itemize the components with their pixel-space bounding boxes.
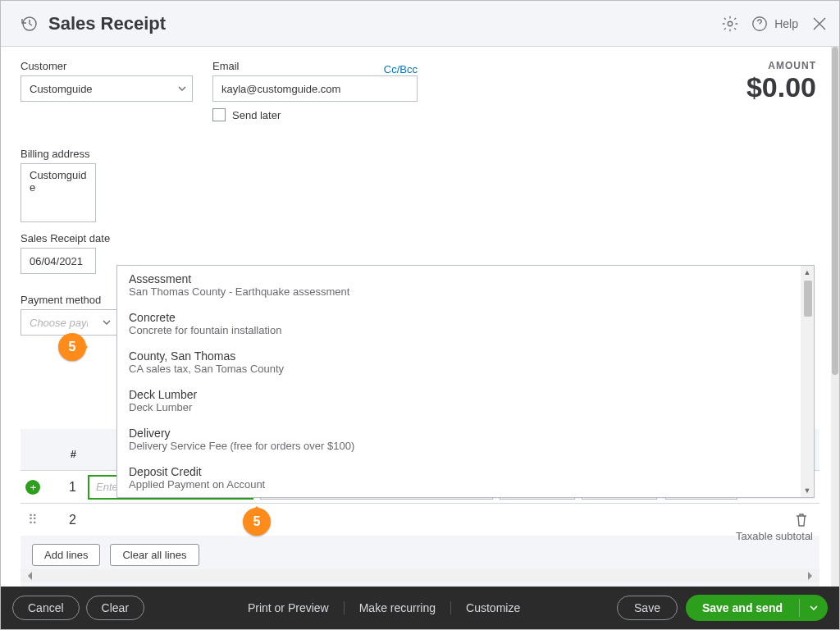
dropdown-item[interactable]: Deposit CreditApplied Payment on Account xyxy=(117,459,814,497)
save-and-send-button[interactable]: Save and send xyxy=(686,595,828,621)
amount-value: $0.00 xyxy=(746,71,816,103)
add-row-icon[interactable]: ＋ xyxy=(25,480,40,495)
help-icon[interactable] xyxy=(748,12,771,35)
ccbcc-link[interactable]: Cc/Bcc xyxy=(384,63,418,75)
grid-h-scrollbar[interactable] xyxy=(21,569,819,582)
chevron-down-icon[interactable] xyxy=(96,309,117,336)
chevron-down-icon[interactable] xyxy=(799,599,828,617)
row-number: 2 xyxy=(45,513,84,527)
clear-lines-button[interactable]: Clear all lines xyxy=(110,544,199,566)
receipt-date-input[interactable] xyxy=(21,248,96,274)
email-input[interactable] xyxy=(212,75,418,102)
clear-button[interactable]: Clear xyxy=(86,596,144,620)
history-icon xyxy=(17,12,40,35)
dropdown-item[interactable]: ConcreteConcrete for fountain installati… xyxy=(117,304,814,343)
cancel-button[interactable]: Cancel xyxy=(12,596,80,620)
dropdown-item[interactable]: County, San ThomasCA sales tax, San Toma… xyxy=(117,343,814,381)
payment-method-input[interactable] xyxy=(21,309,96,336)
dropdown-item[interactable]: AssessmentSan Thomas County - Earthquake… xyxy=(117,266,814,304)
step-callout: 5 xyxy=(243,508,271,536)
chevron-down-icon[interactable] xyxy=(171,75,193,102)
receipt-date-label: Sales Receipt date xyxy=(21,232,819,244)
send-later-label: Send later xyxy=(232,109,281,121)
customer-select[interactable] xyxy=(21,75,193,102)
dropdown-scrollbar[interactable]: ▲▼ xyxy=(801,266,814,497)
send-later-checkbox[interactable] xyxy=(212,108,226,121)
close-icon[interactable] xyxy=(810,14,829,34)
save-button[interactable]: Save xyxy=(617,596,678,620)
grid-row[interactable]: ⠿ 2 xyxy=(21,503,819,536)
delete-row-icon[interactable] xyxy=(783,514,819,527)
taxable-subtotal-label: Taxable subtotal xyxy=(736,530,813,542)
customize-button[interactable]: Customize xyxy=(451,601,535,614)
billing-label: Billing address xyxy=(21,148,819,160)
customer-label: Customer xyxy=(21,60,193,72)
email-label: Email xyxy=(212,60,240,72)
product-service-dropdown[interactable]: AssessmentSan Thomas County - Earthquake… xyxy=(116,265,815,498)
customer-input[interactable] xyxy=(21,75,171,102)
dropdown-item[interactable]: DeliveryDelivery Service Fee (free for o… xyxy=(117,420,814,459)
row-number: 1 xyxy=(45,480,84,495)
page-title: Sales Receipt xyxy=(48,13,712,34)
amount-label: AMOUNT xyxy=(746,60,816,71)
print-preview-button[interactable]: Print or Preview xyxy=(233,601,345,614)
svg-point-1 xyxy=(728,21,733,26)
step-callout: 5 xyxy=(58,333,86,361)
dropdown-item[interactable]: Deck LumberDeck Lumber xyxy=(117,381,814,420)
help-link[interactable]: Help xyxy=(774,17,798,30)
make-recurring-button[interactable]: Make recurring xyxy=(345,601,451,614)
gear-icon[interactable] xyxy=(719,12,742,35)
add-lines-button[interactable]: Add lines xyxy=(32,544,100,566)
billing-textarea[interactable]: Customguide xyxy=(21,163,96,222)
payment-method-select[interactable] xyxy=(21,309,117,336)
footer-bar: Cancel Clear Print or Preview Make recur… xyxy=(1,587,839,629)
drag-handle-icon[interactable]: ⠿ xyxy=(21,512,45,527)
